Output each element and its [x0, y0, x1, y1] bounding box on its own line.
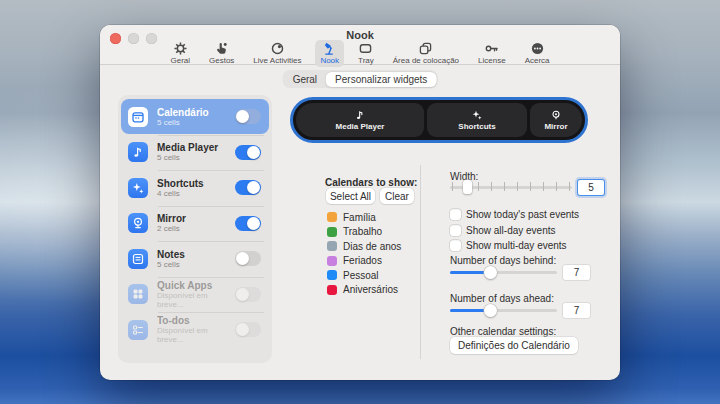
toolbar-item-nook[interactable]: Nook — [315, 40, 344, 67]
shortcuts-toggle[interactable] — [235, 180, 261, 195]
sidebar-item-title: Shortcuts — [157, 178, 235, 189]
calendar-color-checkbox[interactable] — [327, 285, 337, 295]
lamp-icon — [323, 41, 336, 55]
calendar-name: Pessoal — [343, 270, 379, 281]
calendar-color-checkbox[interactable] — [327, 212, 337, 222]
width-slider-handle[interactable] — [463, 180, 472, 194]
mirror-icon — [551, 109, 561, 120]
key-icon — [485, 41, 498, 55]
sidebar-item-title: Mirror — [157, 213, 235, 224]
width-value-field[interactable]: 5 — [578, 180, 604, 195]
quick-apps-toggle — [235, 287, 261, 302]
preview-widget-media-player[interactable]: Media Player — [296, 103, 424, 137]
calendar-name: Família — [343, 212, 376, 223]
sparkle-icon — [128, 178, 148, 198]
notch-widget-preview: Media Player Shortcuts Mirror — [290, 97, 588, 143]
calendar-row-feriados[interactable]: Feriados — [327, 255, 382, 267]
music-note-icon — [128, 142, 148, 162]
sidebar-item-title: Notes — [157, 249, 235, 260]
calendar-name: Dias de anos — [343, 241, 401, 252]
mirror-icon — [128, 213, 148, 233]
sidebar-item-title: To-dos — [157, 315, 235, 326]
toolbar: Geral Gestos Live Activities Nook — [100, 40, 620, 67]
sidebar-item-quick-apps: Quick Apps Disponível em breve... — [121, 277, 269, 312]
sidebar-item-title: Quick Apps — [157, 280, 235, 291]
show-multi-day-events-row[interactable]: Show multi-day events — [450, 240, 567, 252]
sidebar-item-subtitle: Disponível em breve... — [157, 326, 235, 344]
show-all-day-events-row[interactable]: Show all-day events — [450, 224, 556, 236]
sidebar-item-notes[interactable]: Notes 5 cells — [121, 241, 269, 276]
days-behind-value-field[interactable]: 7 — [563, 265, 590, 280]
toolbar-label: Acerca — [525, 56, 550, 65]
show-all-day-events-checkbox[interactable] — [450, 225, 461, 236]
calendar-color-checkbox[interactable] — [327, 241, 337, 251]
toolbar-item-tray[interactable]: Tray — [353, 40, 379, 67]
checklist-icon — [128, 320, 148, 340]
sidebar-item-shortcuts[interactable]: Shortcuts 4 cells — [121, 170, 269, 205]
clear-button[interactable]: Clear — [380, 188, 414, 204]
toolbar-item-geral[interactable]: Geral — [165, 40, 195, 67]
toolbar-item-acerca[interactable]: Acerca — [520, 40, 555, 67]
tab-geral[interactable]: Geral — [284, 72, 326, 87]
calendar-row-familia[interactable]: Família — [327, 211, 376, 223]
days-ahead-slider-handle[interactable] — [484, 304, 497, 317]
calendar-color-checkbox[interactable] — [327, 227, 337, 237]
calendar-row-dias-de-anos[interactable]: Dias de anos — [327, 240, 401, 252]
days-ahead-label: Number of days ahead: — [450, 293, 554, 304]
calendars-heading: Calendars to show: — [325, 177, 417, 188]
toolbar-label: Geral — [170, 56, 190, 65]
days-ahead-value-field[interactable]: 7 — [563, 303, 590, 318]
show-multi-day-events-checkbox[interactable] — [450, 240, 461, 251]
mirror-toggle[interactable] — [235, 216, 261, 231]
toolbar-item-license[interactable]: License — [473, 40, 511, 67]
preview-widget-mirror[interactable]: Mirror — [530, 103, 582, 137]
show-past-events-checkbox[interactable] — [450, 209, 461, 220]
tray-icon — [359, 41, 372, 55]
calendar-name: Feriados — [343, 255, 382, 266]
sidebar-item-title: Calendário — [157, 107, 235, 118]
toolbar-label: License — [478, 56, 506, 65]
notes-toggle[interactable] — [235, 251, 261, 266]
calendar-row-pessoal[interactable]: Pessoal — [327, 269, 379, 281]
toolbar-item-area-de-colocacao[interactable]: Área de colocação — [388, 40, 464, 67]
widget-sidebar: Calendário 5 cells Media Player 5 cells … — [118, 95, 272, 363]
hand-gesture-icon — [215, 41, 228, 55]
notes-icon — [128, 249, 148, 269]
sidebar-item-mirror[interactable]: Mirror 2 cells — [121, 206, 269, 241]
nook-settings-window: Nook Geral Gestos Live Activities — [100, 25, 620, 380]
sidebar-item-subtitle: 5 cells — [157, 260, 235, 269]
calendar-color-checkbox[interactable] — [327, 256, 337, 266]
toolbar-label: Área de colocação — [393, 56, 459, 65]
select-all-button[interactable]: Select All — [326, 188, 375, 204]
sidebar-item-subtitle: 5 cells — [157, 118, 235, 127]
music-note-icon — [355, 109, 365, 120]
drop-zone-icon — [419, 41, 432, 55]
toolbar-label: Gestos — [209, 56, 234, 65]
calendar-row-trabalho[interactable]: Trabalho — [327, 226, 382, 238]
days-behind-slider-handle[interactable] — [484, 266, 497, 279]
column-divider — [420, 165, 421, 359]
calendar-color-checkbox[interactable] — [327, 270, 337, 280]
calendar-name: Aniversários — [343, 284, 398, 295]
calendar-row-aniversarios[interactable]: Aniversários — [327, 284, 398, 296]
sidebar-item-media-player[interactable]: Media Player 5 cells — [121, 135, 269, 170]
days-behind-label: Number of days behind: — [450, 255, 556, 266]
other-calendar-settings-label: Other calendar settings: — [450, 326, 556, 337]
toolbar-item-gestos[interactable]: Gestos — [204, 40, 239, 67]
to-dos-toggle — [235, 322, 261, 337]
preview-widget-label: Media Player — [336, 122, 385, 131]
toolbar-item-live-activities[interactable]: Live Activities — [248, 40, 306, 67]
live-activities-icon — [271, 41, 284, 55]
media-player-toggle[interactable] — [235, 145, 261, 160]
checkbox-label: Show multi-day events — [466, 240, 567, 251]
show-past-events-row[interactable]: Show today's past events — [450, 208, 579, 220]
sidebar-item-subtitle: 5 cells — [157, 153, 235, 162]
preview-widget-shortcuts[interactable]: Shortcuts — [427, 103, 527, 137]
checkbox-label: Show all-day events — [466, 225, 556, 236]
checkbox-label: Show today's past events — [466, 209, 579, 220]
calendario-toggle[interactable] — [235, 109, 261, 124]
tab-personalizar-widgets[interactable]: Personalizar widgets — [326, 72, 436, 87]
sparkle-icon — [472, 109, 482, 120]
calendar-settings-button[interactable]: Definições do Calendário — [450, 337, 578, 354]
sidebar-item-calendario[interactable]: Calendário 5 cells — [121, 99, 269, 134]
